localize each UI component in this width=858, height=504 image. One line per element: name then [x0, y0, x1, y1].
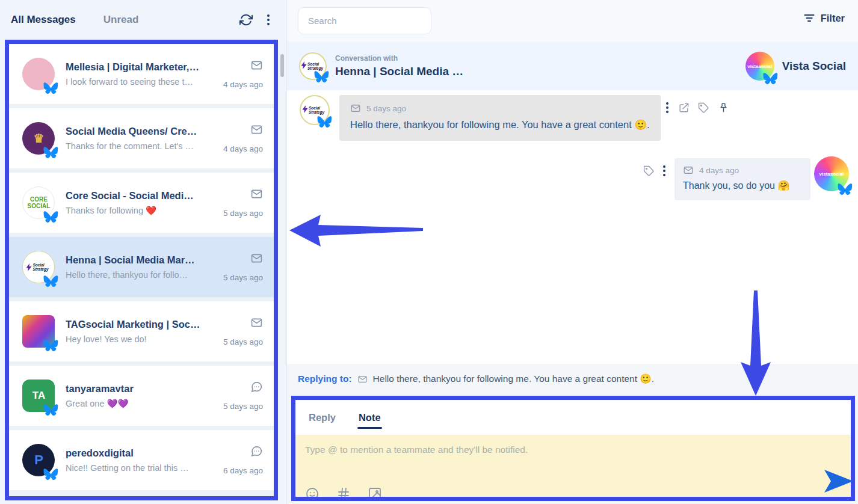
comment-bubble-icon: [250, 381, 263, 393]
message-time: 5 days ago: [223, 273, 263, 282]
bluesky-butterfly-icon: [317, 115, 332, 129]
filter-button[interactable]: Filter: [803, 12, 845, 24]
bluesky-butterfly-icon: [43, 468, 58, 481]
bluesky-butterfly-icon: [314, 70, 329, 84]
contact-avatar-label: Social Strategy: [309, 106, 328, 115]
message-list-pane: All Messages Unread Mellesia | Digital M…: [0, 0, 286, 504]
contact-avatar: Social Strategy: [300, 95, 330, 125]
conversation-list-item[interactable]: TA tanyaramavtar Great one 💜💜 5 days ago: [9, 366, 274, 426]
search-input[interactable]: [298, 7, 431, 34]
dm-envelope-icon: [250, 252, 263, 265]
outgoing-message-actions: [643, 164, 667, 177]
hashtag-icon[interactable]: [336, 487, 351, 497]
conversation-list-item[interactable]: ♛ Social Media Queens/ Cre… Thanks for t…: [9, 108, 274, 168]
filter-label: Filter: [821, 13, 845, 24]
annotation-arrow-down: [736, 290, 776, 397]
conversation-list-item[interactable]: CORE SOCIAL Core Social - Social Medi… T…: [9, 173, 274, 233]
refresh-icon[interactable]: [239, 13, 253, 26]
contact-name: TAGsocial Marketing | Soc…: [66, 319, 215, 330]
avatar-label: ♛: [34, 131, 45, 146]
account-name: Vista Social: [782, 60, 846, 73]
image-upload-icon[interactable]: [368, 487, 382, 497]
conversation-list-item[interactable]: TAGsocial Marketing | Soc… Hey love! Yes…: [9, 301, 274, 361]
pin-icon[interactable]: [718, 102, 729, 114]
bluesky-butterfly-icon: [43, 339, 58, 352]
comment-bubble-icon: [250, 445, 263, 458]
message-preview: Hey love! Yes we do!: [66, 334, 215, 344]
outgoing-message-time: 4 days ago: [699, 166, 739, 175]
replying-to-text: Hello there, thankyou for following me. …: [373, 373, 654, 384]
account-avatar: vistasocial: [745, 52, 774, 81]
message-kebab-icon[interactable]: [662, 164, 667, 177]
avatar-label: Social Strategy: [33, 263, 52, 272]
note-input[interactable]: [295, 435, 851, 473]
message-time: 4 days ago: [223, 80, 263, 89]
contact-name: Mellesia | Digital Marketer,…: [66, 61, 215, 73]
contact-name: Social Media Queens/ Cre…: [66, 126, 215, 137]
conversation-toolbar: Filter: [287, 0, 858, 42]
bluesky-butterfly-icon: [43, 275, 58, 288]
note-area: [295, 435, 851, 497]
message-preview: Great one 💜💜: [66, 399, 215, 409]
lightning-icon: [301, 105, 309, 116]
incoming-message-text: Hello there, thankyou for following me. …: [350, 117, 650, 133]
message-time: 5 days ago: [223, 402, 263, 411]
incoming-message-row: Social Strategy 5 days ago Hello there, …: [300, 95, 661, 141]
bluesky-butterfly-icon: [763, 72, 778, 85]
conversation-list-item[interactable]: P peredoxdigital Nice!! Getting on the t…: [9, 430, 274, 490]
send-button[interactable]: [823, 467, 854, 495]
conversation-with-label: Conversation with: [335, 54, 463, 63]
kebab-menu-icon[interactable]: [266, 13, 271, 26]
outgoing-message-text: Thank you, so do you 🤗: [683, 179, 802, 194]
dm-envelope-icon: [250, 188, 263, 200]
conversation-pane: Filter Social Strategy Conversation with…: [286, 0, 858, 504]
message-time: 5 days ago: [223, 337, 263, 346]
account-avatar: vistasocial: [814, 156, 849, 191]
dm-envelope-icon: [250, 316, 263, 329]
incoming-message-actions: [665, 101, 729, 114]
account-avatar-label: vistasocial: [819, 171, 844, 177]
contact-name: Henna | Social Media Mar…: [66, 254, 215, 266]
account-switcher[interactable]: vistasocial Vista Social: [745, 52, 846, 81]
outgoing-message-bubble: 4 days ago Thank you, so do you 🤗: [674, 158, 810, 200]
vista-social-inbox: All Messages Unread Mellesia | Digital M…: [0, 0, 858, 504]
avatar-label: CORE SOCIAL: [27, 196, 51, 209]
replying-to-bar: Replying to: Hello there, thankyou for f…: [298, 373, 654, 384]
message-preview: I look forward to seeing these t…: [66, 77, 215, 87]
scrollbar-thumb[interactable]: [280, 54, 284, 77]
contact-avatar: Social Strategy: [299, 52, 327, 80]
bluesky-butterfly-icon: [43, 404, 58, 417]
tab-all-messages[interactable]: All Messages: [11, 14, 76, 26]
message-kebab-icon[interactable]: [665, 101, 670, 114]
avatar-label: TA: [32, 390, 45, 402]
tag-icon[interactable]: [698, 102, 709, 114]
inbox-header: All Messages Unread: [0, 0, 286, 40]
incoming-message-bubble: 5 days ago Hello there, thankyou for fol…: [339, 95, 661, 141]
message-time: 6 days ago: [223, 466, 263, 475]
conversation-list-item[interactable]: Social Strategy Henna | Social Media Mar…: [9, 237, 274, 297]
bluesky-butterfly-icon: [43, 82, 58, 95]
tag-icon[interactable]: [643, 165, 655, 177]
tab-unread[interactable]: Unread: [103, 14, 139, 26]
dm-envelope-icon: [350, 103, 361, 114]
tab-reply[interactable]: Reply: [309, 412, 336, 423]
message-preview: Hello there, thankyou for follo…: [66, 270, 215, 280]
message-time: 4 days ago: [223, 144, 263, 153]
bluesky-butterfly-icon: [43, 211, 58, 224]
note-toolbar: [305, 487, 382, 497]
conversation-header: Social Strategy Conversation with Henna …: [287, 42, 858, 90]
bluesky-butterfly-icon: [838, 183, 853, 196]
composer: Reply Note: [291, 396, 855, 501]
replying-to-label: Replying to:: [298, 373, 352, 384]
dm-envelope-icon: [683, 165, 694, 176]
composer-tabs: Reply Note: [295, 400, 851, 435]
tab-note[interactable]: Note: [359, 412, 381, 423]
message-list: Mellesia | Digital Marketer,… I look for…: [5, 40, 278, 500]
conversation-list-item[interactable]: Mellesia | Digital Marketer,… I look for…: [9, 44, 274, 104]
conversation-contact-name: Henna | Social Media …: [335, 65, 463, 78]
share-icon[interactable]: [678, 102, 690, 114]
message-preview: Thanks for following ❤️: [66, 206, 215, 216]
dm-envelope-icon: [250, 123, 263, 136]
emoji-picker-icon[interactable]: [305, 487, 319, 497]
contact-avatar-label: Social Strategy: [307, 62, 326, 71]
